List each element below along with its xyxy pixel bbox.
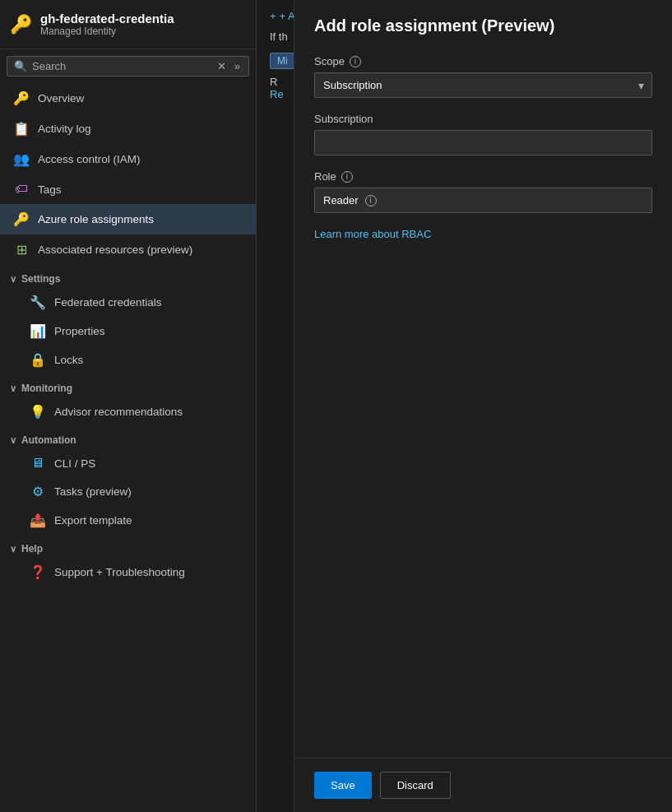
properties-label: Properties	[54, 325, 105, 337]
discard-button[interactable]: Discard	[380, 772, 451, 799]
subscription-field: Subscription	[314, 113, 652, 155]
access-control-icon: 👥	[13, 151, 30, 167]
azure-role-assignments-label: Azure role assignments	[38, 213, 154, 225]
search-icon: 🔍	[14, 60, 27, 72]
role-label: Role i	[314, 170, 652, 183]
associated-resources-label: Associated resources (preview)	[38, 244, 192, 256]
access-control-label: Access control (IAM)	[38, 153, 141, 165]
tasks-preview-icon: ⚙	[30, 484, 46, 499]
role-value-text: Reader	[323, 194, 359, 206]
learn-rbac-link[interactable]: Learn more about RBAC	[314, 228, 652, 240]
scope-field: Scope i Subscription	[314, 55, 652, 98]
locks-icon: 🔒	[30, 352, 46, 368]
scope-label: Scope i	[314, 55, 652, 67]
settings-section-label: Settings	[21, 273, 60, 285]
panel-footer: Save Discard	[294, 758, 672, 812]
section-help-header[interactable]: ∨ Help	[0, 535, 256, 558]
help-section-label: Help	[21, 543, 43, 554]
help-chevron-icon: ∨	[10, 544, 16, 554]
support-troubleshooting-icon: ❓	[30, 564, 46, 580]
subscription-label: Subscription	[314, 113, 652, 125]
nav-associated-resources[interactable]: ⊞ Associated resources (preview)	[0, 234, 256, 265]
role-field: Role i Reader i	[314, 170, 652, 213]
export-template-label: Export template	[54, 514, 132, 527]
nav-activity-log[interactable]: 📋 Activity log	[0, 114, 256, 144]
azure-role-assignments-icon: 🔑	[13, 211, 30, 227]
activity-log-icon: 📋	[13, 121, 30, 137]
scope-info-icon[interactable]: i	[350, 56, 361, 67]
tags-icon: 🏷	[13, 182, 30, 197]
role-info-icon[interactable]: i	[341, 171, 353, 183]
sidebar-header: 🔑 gh-federated-credentia Managed Identit…	[0, 0, 256, 49]
nav-cli-ps[interactable]: 🖥 CLI / PS	[0, 449, 256, 477]
search-bar: 🔍 ✕ »	[7, 56, 249, 77]
activity-log-label: Activity log	[38, 123, 91, 135]
nav-locks[interactable]: 🔒 Locks	[0, 346, 256, 374]
nav-properties[interactable]: 📊 Properties	[0, 317, 256, 346]
search-collapse-button[interactable]: »	[233, 60, 242, 72]
export-template-icon: 📤	[30, 513, 46, 528]
associated-resources-icon: ⊞	[13, 242, 30, 258]
properties-icon: 📊	[30, 323, 46, 339]
monitoring-chevron-icon: ∨	[10, 383, 16, 394]
filter-badge: Mi	[270, 53, 295, 69]
advisor-recommendations-label: Advisor recommendations	[54, 406, 183, 418]
sidebar-header-text: gh-federated-credentia Managed Identity	[40, 12, 174, 37]
nav-federated-credentials[interactable]: 🔧 Federated credentials	[0, 288, 256, 317]
support-troubleshooting-label: Support + Troubleshooting	[54, 566, 185, 578]
cli-ps-icon: 🖥	[30, 456, 46, 471]
search-input[interactable]	[32, 60, 211, 72]
role-value-row: Reader i	[314, 188, 652, 213]
nav-tasks-preview[interactable]: ⚙ Tasks (preview)	[0, 477, 256, 506]
search-clear-button[interactable]: ✕	[216, 60, 228, 72]
nav-export-template[interactable]: 📤 Export template	[0, 506, 256, 535]
nav-access-control[interactable]: 👥 Access control (IAM)	[0, 144, 256, 174]
tags-label: Tags	[38, 183, 62, 196]
settings-chevron-icon: ∨	[10, 274, 16, 285]
locks-label: Locks	[54, 354, 83, 366]
scope-select-wrapper: Subscription	[314, 72, 652, 98]
federated-credentials-icon: 🔧	[30, 295, 46, 310]
section-monitoring-header[interactable]: ∨ Monitoring	[0, 374, 256, 397]
resource-icon: 🔑	[10, 14, 32, 35]
nav-tags[interactable]: 🏷 Tags	[0, 174, 256, 204]
reader-info-icon[interactable]: i	[365, 195, 377, 206]
automation-chevron-icon: ∨	[10, 435, 16, 446]
cli-ps-label: CLI / PS	[54, 457, 95, 470]
add-icon: +	[270, 10, 276, 22]
automation-section-label: Automation	[21, 434, 76, 446]
section-automation-header[interactable]: ∨ Automation	[0, 426, 256, 449]
main-panel: + + Add If th Mi R Re Add role assignmen…	[257, 0, 672, 812]
resource-title: gh-federated-credentia	[40, 12, 174, 26]
tasks-preview-label: Tasks (preview)	[54, 485, 132, 498]
add-role-assignment-panel: Add role assignment (Preview) Scope i Su…	[294, 0, 672, 812]
save-button[interactable]: Save	[314, 772, 372, 799]
sidebar: 🔑 gh-federated-credentia Managed Identit…	[0, 0, 257, 812]
nav-advisor-recommendations[interactable]: 💡 Advisor recommendations	[0, 397, 256, 426]
overview-icon: 🔑	[13, 90, 30, 106]
advisor-recommendations-icon: 💡	[30, 404, 46, 420]
section-settings-header[interactable]: ∨ Settings	[0, 265, 256, 288]
monitoring-section-label: Monitoring	[21, 383, 72, 394]
overview-label: Overview	[38, 92, 84, 104]
scope-select[interactable]: Subscription	[314, 72, 652, 98]
federated-credentials-label: Federated credentials	[54, 296, 162, 309]
nav-support-troubleshooting[interactable]: ❓ Support + Troubleshooting	[0, 558, 256, 587]
nav-azure-role-assignments[interactable]: 🔑 Azure role assignments	[0, 204, 256, 234]
nav-overview[interactable]: 🔑 Overview	[0, 83, 256, 114]
subscription-input[interactable]	[314, 130, 652, 155]
panel-title: Add role assignment (Preview)	[314, 16, 652, 35]
resource-subtitle: Managed Identity	[40, 26, 174, 37]
